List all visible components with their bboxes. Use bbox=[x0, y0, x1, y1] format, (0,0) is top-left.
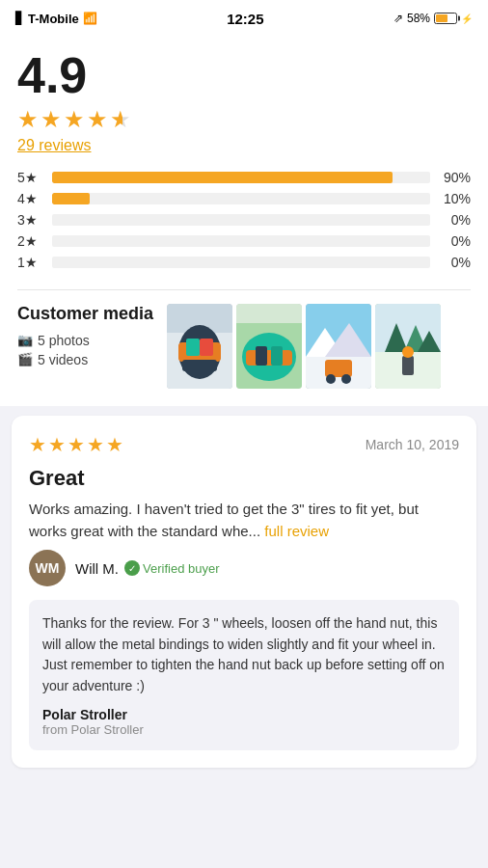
review-star-4: ★ bbox=[87, 433, 104, 456]
bar-label-1: 1★ bbox=[17, 255, 44, 270]
bar-pct-5: 90% bbox=[438, 170, 471, 185]
media-thumbnails bbox=[167, 304, 471, 389]
review-star-2: ★ bbox=[48, 433, 66, 456]
thumbnail-3[interactable] bbox=[306, 304, 371, 389]
reviewer-info: Will M. ✓ Verified buyer bbox=[75, 560, 220, 577]
review-star-1: ★ bbox=[29, 433, 46, 456]
photos-count: 📷 5 photos bbox=[17, 333, 153, 348]
reviewer-row: WM Will M. ✓ Verified buyer bbox=[29, 550, 459, 586]
seller-reply: Thanks for the review. For 3 " wheels, l… bbox=[29, 600, 459, 750]
bar-label-2: 2★ bbox=[17, 233, 44, 249]
svg-rect-6 bbox=[200, 339, 213, 356]
star-4: ★ bbox=[87, 106, 108, 133]
bar-track-4 bbox=[52, 193, 430, 204]
reviewer-avatar: WM bbox=[29, 550, 66, 586]
star-3: ★ bbox=[64, 106, 85, 133]
main-content: 4.9 ★ ★ ★ ★ ★ 29 reviews 5★ 90% 4★ 10% 3… bbox=[0, 35, 488, 406]
svg-rect-27 bbox=[402, 356, 414, 375]
rating-score: 4.9 bbox=[17, 50, 471, 100]
carrier-label: T-Mobile bbox=[28, 12, 79, 26]
bar-row-1: 1★ 0% bbox=[17, 255, 471, 270]
rating-bar-chart: 5★ 90% 4★ 10% 3★ 0% 2★ 0% bbox=[17, 170, 471, 270]
verified-label: Verified buyer bbox=[143, 561, 220, 576]
bar-track-2 bbox=[52, 235, 430, 247]
review-body: Works amazing. I haven't tried to get th… bbox=[29, 499, 459, 542]
media-info: Customer media 📷 5 photos 🎬 5 videos bbox=[17, 304, 153, 389]
bar-pct-4: 10% bbox=[438, 191, 471, 206]
bar-fill-4 bbox=[52, 193, 90, 204]
thumbnail-2[interactable] bbox=[236, 304, 302, 389]
customer-media-section: Customer media 📷 5 photos 🎬 5 videos bbox=[17, 289, 471, 406]
camera-icon: 📷 bbox=[17, 333, 33, 347]
thumbnail-4[interactable] bbox=[375, 304, 441, 389]
svg-rect-4 bbox=[182, 360, 217, 371]
review-header: ★ ★ ★ ★ ★ March 10, 2019 bbox=[29, 433, 459, 456]
wifi-icon: 📶 bbox=[83, 12, 97, 25]
svg-rect-11 bbox=[256, 346, 267, 366]
bar-label-5: 5★ bbox=[17, 170, 44, 185]
reviews-count[interactable]: 29 reviews bbox=[17, 137, 471, 154]
bar-row-2: 2★ 0% bbox=[17, 233, 471, 249]
bar-pct-2: 0% bbox=[438, 233, 471, 249]
location-icon: ⇗ bbox=[393, 12, 403, 25]
star-1: ★ bbox=[17, 106, 39, 133]
svg-point-20 bbox=[341, 374, 351, 384]
reviews-section: ★ ★ ★ ★ ★ March 10, 2019 Great Works ama… bbox=[0, 406, 488, 789]
seller-reply-text: Thanks for the review. For 3 " wheels, l… bbox=[42, 613, 446, 697]
rating-stars: ★ ★ ★ ★ ★ bbox=[17, 106, 471, 133]
bar-pct-1: 0% bbox=[438, 255, 471, 270]
reviewer-name: Will M. bbox=[75, 560, 119, 577]
rating-summary: 4.9 ★ ★ ★ ★ ★ 29 reviews bbox=[17, 50, 471, 154]
review-star-3: ★ bbox=[68, 433, 85, 456]
reviewer-info-row: Will M. ✓ Verified buyer bbox=[75, 560, 220, 577]
clock: 12:25 bbox=[227, 11, 263, 27]
battery-area: ⇗ 58% ⚡ bbox=[393, 12, 473, 25]
videos-label: 5 videos bbox=[38, 352, 88, 367]
videos-count: 🎬 5 videos bbox=[17, 352, 153, 367]
svg-point-28 bbox=[402, 346, 414, 358]
carrier-info: ▋ T-Mobile 📶 bbox=[15, 12, 97, 26]
bar-pct-3: 0% bbox=[438, 212, 471, 228]
svg-rect-10 bbox=[246, 350, 292, 366]
review-star-5: ★ bbox=[106, 433, 123, 456]
review-card-1: ★ ★ ★ ★ ★ March 10, 2019 Great Works ama… bbox=[12, 416, 476, 768]
reviewer-initials: WM bbox=[36, 560, 60, 576]
bar-track-3 bbox=[52, 214, 430, 226]
bar-row-5: 5★ 90% bbox=[17, 170, 471, 185]
bar-row-3: 3★ 0% bbox=[17, 212, 471, 228]
svg-rect-12 bbox=[271, 346, 283, 366]
signal-icon: ▋ bbox=[15, 12, 24, 25]
bar-label-3: 3★ bbox=[17, 212, 44, 228]
seller-from: from Polar Stroller bbox=[42, 722, 446, 737]
star-5-half: ★ bbox=[110, 106, 131, 133]
review-title: Great bbox=[29, 466, 459, 491]
svg-point-19 bbox=[326, 374, 336, 384]
media-title: Customer media bbox=[17, 304, 153, 325]
video-icon: 🎬 bbox=[17, 352, 33, 366]
bar-row-4: 4★ 10% bbox=[17, 191, 471, 206]
status-bar: ▋ T-Mobile 📶 12:25 ⇗ 58% ⚡ bbox=[0, 0, 488, 35]
review-stars: ★ ★ ★ ★ ★ bbox=[29, 433, 123, 456]
bar-fill-5 bbox=[52, 172, 393, 183]
bar-track-1 bbox=[52, 257, 430, 268]
verified-icon: ✓ bbox=[124, 560, 140, 576]
seller-name: Polar Stroller bbox=[42, 707, 446, 722]
photos-label: 5 photos bbox=[38, 333, 90, 348]
svg-rect-5 bbox=[186, 339, 200, 356]
star-2: ★ bbox=[41, 106, 62, 133]
verified-badge: ✓ Verified buyer bbox=[124, 560, 220, 576]
review-date: March 10, 2019 bbox=[366, 437, 459, 452]
thumbnail-1[interactable] bbox=[167, 304, 232, 389]
read-more-link[interactable]: full review bbox=[264, 523, 329, 539]
bar-label-4: 4★ bbox=[17, 191, 44, 206]
bar-track-5 bbox=[52, 172, 430, 183]
battery-icon bbox=[434, 13, 457, 24]
svg-rect-18 bbox=[325, 360, 352, 377]
charging-icon: ⚡ bbox=[461, 14, 473, 24]
battery-percent: 58% bbox=[407, 12, 430, 25]
review-body-text: Works amazing. I haven't tried to get th… bbox=[29, 501, 419, 539]
